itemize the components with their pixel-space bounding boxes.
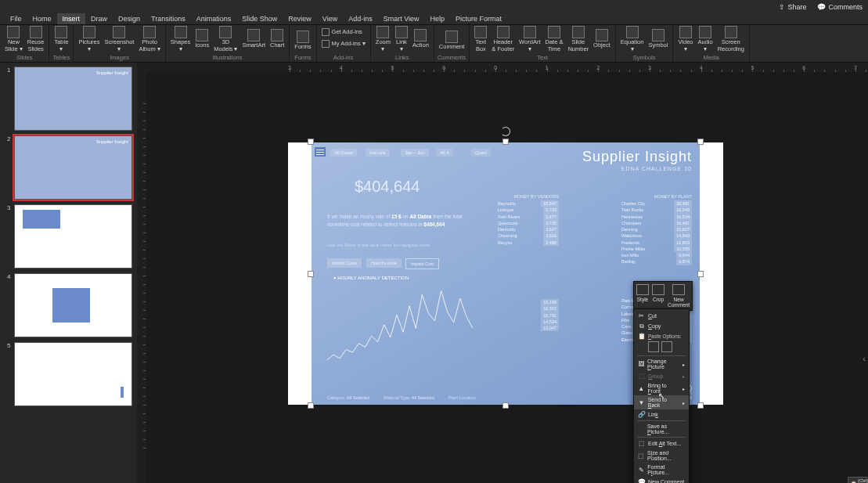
menu-picture-format[interactable]: Picture Format: [450, 13, 507, 24]
slide-editor[interactable]: All DatesIron oreJan – JunAll 4Quart Sup…: [146, 72, 868, 483]
ctx-change-picture[interactable]: 🖼Change Picture▸: [634, 357, 689, 371]
ribbon-btn-shapes[interactable]: Shapes▾: [169, 24, 192, 53]
ribbon-btn-forms[interactable]: Forms: [293, 29, 312, 52]
ribbon-btn-screen[interactable]: ScreenRecording: [716, 24, 746, 53]
slide-thumb-1[interactable]: 1Supplier Insight: [14, 67, 132, 131]
dash-filter-1: Iron ore: [366, 149, 390, 157]
slide-panel[interactable]: 1Supplier Insight2Supplier Insight345: [0, 63, 137, 483]
ctx-size-and-position-[interactable]: ⬚Size and Position...: [634, 449, 689, 463]
menu-review[interactable]: Review: [283, 13, 317, 24]
comments-button[interactable]: 💬Comments: [815, 2, 865, 13]
ribbon-group-links: Zoom▾Link▾ActionLinks: [371, 25, 434, 62]
ribbon-btn-get-add-ins[interactable]: Get Add-ins: [320, 27, 364, 38]
vendors-table: MONEY BY VENDORS Reynolds15,847Linktype5…: [498, 194, 559, 246]
context-menu[interactable]: ✂Cut⧉Copy📋Paste Options:🖼Change Picture▸…: [633, 308, 690, 483]
dash-filter-0: All Dates: [330, 149, 357, 157]
ctx-save-as-picture-[interactable]: Save as Picture...: [634, 422, 689, 436]
minitb-crop[interactable]: Crop: [652, 284, 665, 308]
ribbon-btn-action[interactable]: Action: [411, 27, 430, 50]
ribbon-btn-slide[interactable]: SlideNumber: [566, 24, 590, 53]
minitb-style[interactable]: Style: [636, 284, 649, 308]
menu-file[interactable]: File: [5, 13, 27, 24]
ribbon-btn-symbol[interactable]: Symbol: [646, 27, 669, 50]
menu-draw[interactable]: Draw: [85, 13, 113, 24]
ctx-new-comment[interactable]: 💬New Comment: [634, 477, 689, 483]
ribbon-btn-chart[interactable]: Chart: [268, 27, 286, 50]
ribbon-group-slides: NewSlide ▾ReuseSlidesSlides: [0, 25, 49, 62]
ribbon-btn-icons[interactable]: Icons: [193, 27, 211, 50]
plants-table: MONEY BY PLANT Charles City20,491Twin Ro…: [621, 194, 692, 265]
menu-slide-show[interactable]: Slide Show: [236, 13, 283, 24]
chart-title: ● HOURLY ANOMALY DETECTION: [333, 276, 409, 280]
ctx-group: ⬚Group▸: [634, 371, 689, 381]
minitb-new[interactable]: New Comment: [668, 284, 690, 308]
ribbon-btn-new[interactable]: NewSlide ▾: [3, 24, 24, 53]
ribbon: NewSlide ▾ReuseSlidesSlidesTable▾TablesP…: [0, 25, 868, 63]
paste-option-0[interactable]: [648, 341, 659, 352]
paste-smart-tag[interactable]: 📋(Ctrl) ▾: [848, 477, 868, 483]
ribbon-group-comments: CommentComments: [434, 25, 470, 62]
material-slots: 18,19016,50215,79114,52412,047: [498, 299, 559, 331]
menu-tabs: FileHomeInsertDrawDesignTransitionsAnima…: [0, 14, 868, 25]
hint-text: Use the filters in the blue menu for nav…: [327, 243, 430, 247]
menu-add-ins[interactable]: Add-ins: [343, 13, 378, 24]
menu-insert[interactable]: Insert: [57, 13, 86, 24]
ribbon-btn-smartart[interactable]: SmartArt: [240, 27, 267, 50]
slide-thumb-2[interactable]: 2Supplier Insight: [14, 135, 132, 200]
ribbon-group-images: Pictures▾Screenshot▾PhotoAlbum ▾Images: [74, 25, 165, 62]
dash-filter-4: Quart: [471, 149, 491, 157]
ctx-edit-alt-text-[interactable]: ⬚Edit Alt Text...: [634, 438, 689, 449]
ribbon-btn-pictures[interactable]: Pictures▾: [77, 24, 101, 53]
ribbon-group-media: Video▾Audio▾ScreenRecordingMedia: [673, 25, 749, 62]
menu-transitions[interactable]: Transitions: [146, 13, 191, 24]
ribbon-btn-date-[interactable]: Date &Time: [543, 24, 564, 53]
ribbon-btn-header[interactable]: Header& Footer: [490, 24, 516, 53]
ctx-link[interactable]: 🔗Link: [634, 409, 689, 420]
ribbon-group-symbols: Equation▾SymbolSymbols: [616, 25, 674, 62]
menu-view[interactable]: View: [317, 13, 343, 24]
dash-filter-2: Jan – Jun: [401, 149, 429, 157]
menu-design[interactable]: Design: [113, 13, 146, 24]
menu-smart-view[interactable]: Smart View: [378, 13, 425, 24]
slide-thumb-5[interactable]: 5: [14, 342, 132, 406]
paste-option-1[interactable]: [661, 341, 672, 352]
share-button[interactable]: ⇪Share: [776, 2, 809, 13]
ribbon-group-add-ins: Get Add-insMy Add-ins ▾Add-ins: [317, 25, 371, 62]
ribbon-btn-object[interactable]: Object: [592, 27, 612, 50]
ribbon-btn-audio[interactable]: Audio▾: [696, 24, 714, 53]
ribbon-group-illustrations: Shapes▾Icons3DModels ▾SmartArtChartIllus…: [166, 25, 290, 62]
ribbon-btn-screenshot[interactable]: Screenshot▾: [103, 24, 135, 53]
pill-2: Impact Cost: [405, 258, 439, 269]
ribbon-btn-link[interactable]: Link▾: [394, 24, 409, 53]
ribbon-btn-video[interactable]: Video▾: [676, 24, 694, 53]
ribbon-btn-reuse[interactable]: ReuseSlides: [26, 24, 46, 53]
menu-help[interactable]: Help: [425, 13, 451, 24]
ribbon-group-text: TextBoxHeader& FooterWordArt▾Date &TimeS…: [470, 25, 615, 62]
ribbon-btn-comment[interactable]: Comment: [438, 29, 466, 52]
menu-animations[interactable]: Animations: [191, 13, 237, 24]
ctx-format-picture-[interactable]: ✎Format Picture...: [634, 463, 689, 477]
pane-collapse-chevron[interactable]: ‹: [860, 352, 868, 365]
ribbon-btn-equation[interactable]: Equation▾: [619, 24, 646, 53]
pill-0: Impact Costs: [327, 258, 362, 268]
ribbon-btn-photo[interactable]: PhotoAlbum ▾: [137, 24, 161, 53]
horizontal-ruler: 345601234567893: [137, 63, 868, 72]
ctx-send-to-back[interactable]: ▼Send to Back▸: [634, 395, 689, 409]
ribbon-btn-wordart[interactable]: WordArt▾: [517, 24, 542, 53]
rotate-handle[interactable]: [501, 127, 510, 136]
ctx-bring-to-front[interactable]: ▲Bring to Front▸: [634, 381, 689, 395]
dashboard-footer: Category All Selected Material Type All …: [327, 395, 476, 400]
ribbon-btn-my-add-ins-[interactable]: My Add-ins ▾: [320, 38, 367, 49]
ribbon-btn-zoom[interactable]: Zoom▾: [374, 24, 392, 53]
ribbon-btn-text[interactable]: TextBox: [473, 24, 488, 53]
line-chart: [327, 283, 473, 373]
ctx-copy[interactable]: ⧉Copy: [634, 321, 689, 331]
slide-thumb-4[interactable]: 4: [14, 273, 132, 337]
hamburger-icon: [315, 147, 326, 157]
ribbon-btn--d[interactable]: 3DModels ▾: [212, 24, 239, 53]
ctx-cut[interactable]: ✂Cut: [634, 311, 689, 321]
ribbon-btn-table[interactable]: Table▾: [52, 24, 70, 53]
slide-thumb-3[interactable]: 3: [14, 204, 132, 269]
mini-toolbar[interactable]: StyleCropNew Comment: [633, 281, 693, 311]
menu-home[interactable]: Home: [27, 13, 57, 24]
